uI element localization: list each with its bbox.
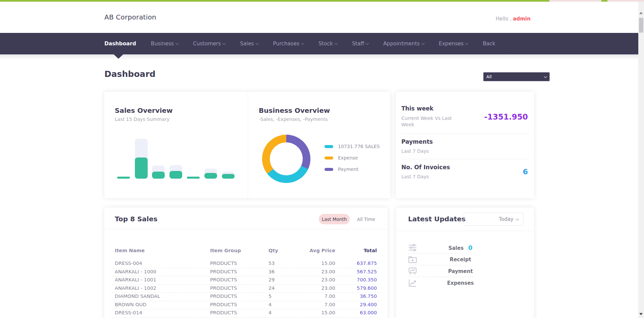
update-item-content: Receipt (417, 256, 504, 263)
nav-item-purchases[interactable]: Purchases (273, 41, 304, 47)
update-item-value: 0 (468, 244, 473, 251)
global-filter-select[interactable]: All (483, 72, 550, 81)
cell-group: PRODUCTS (210, 293, 237, 299)
cell-qty: 4 (268, 310, 271, 315)
col-item-group: Item Group (210, 248, 241, 253)
cell-qty: 4 (268, 302, 271, 307)
latest-updates-title: Latest Updates (408, 215, 465, 223)
chevron-down-icon (301, 41, 304, 45)
cell-total: 36.750 (360, 293, 377, 299)
period-select-value: Today (499, 216, 513, 222)
cell-group: PRODUCTS (210, 302, 237, 307)
donut-hole (270, 142, 303, 175)
browser-scrollbar[interactable] (638, 2, 644, 318)
table-row: ANARKALI - 1002PRODUCTS2423.00579.600 (104, 285, 388, 293)
bar-d7 (222, 172, 235, 179)
cell-name: ANARKALI - 1000 (115, 269, 156, 274)
bar-fill-d4 (169, 171, 182, 179)
all-time-filter-button[interactable]: All Time (357, 217, 375, 222)
table-row: DRESS-004PRODUCTS5315.00637.875 (104, 260, 388, 268)
nav-item-back[interactable]: Back (483, 41, 495, 47)
table-row: ANARKALI - 1001PRODUCTS2923.00700.350 (104, 276, 388, 285)
nav-item-stock[interactable]: Stock (318, 41, 337, 47)
username-link[interactable]: admin (513, 16, 531, 22)
chevron-down-icon (222, 41, 226, 45)
cell-avg: 23.00 (321, 277, 335, 282)
nav-item-label: Staff (352, 41, 364, 47)
nav-item-label: Appointments (383, 41, 420, 47)
update-item-expenses[interactable]: Expenses (408, 277, 504, 289)
scroll-down-arrow-icon[interactable] (639, 313, 643, 315)
nav-item-label: Purchases (273, 41, 299, 47)
cell-avg: 15.00 (321, 261, 335, 266)
this-week-title: This week (401, 105, 434, 112)
sliders-icon (408, 243, 417, 252)
chevron-down-icon (421, 41, 425, 45)
card-divider (248, 92, 248, 198)
legend-label: 10731.776 SALES (338, 144, 380, 149)
period-select[interactable]: Today (464, 213, 524, 226)
nav-item-business[interactable]: Business (151, 41, 178, 47)
this-week-subtitle: Current Week Vs Last Week (401, 115, 455, 128)
business-overview-title: Business Overview (259, 106, 330, 115)
cell-group: PRODUCTS (210, 261, 237, 266)
cell-total: 63.000 (360, 310, 377, 315)
cell-avg: 23.00 (321, 269, 335, 274)
cell-name: DIAMOND SANDAL (115, 293, 160, 299)
updates-list: Sales0ReceiptPaymentExpenses (408, 242, 504, 289)
bar-fill-d5 (187, 177, 200, 179)
cell-group: PRODUCTS (210, 269, 237, 274)
scrollbar-thumb[interactable] (639, 18, 643, 33)
this-week-value: -1351.950 (484, 112, 528, 121)
cell-name: DRESS-014 (115, 310, 142, 315)
nav-item-label: Dashboard (104, 41, 136, 47)
legend-swatch-icon (325, 145, 333, 148)
sales-overview-title: Sales Overview (115, 106, 173, 115)
cell-avg: 7.00 (325, 293, 335, 299)
top-header-bar: AB Corporation Hello ,admin (0, 2, 644, 33)
nav-item-dashboard[interactable]: Dashboard (104, 41, 136, 47)
chevron-down-icon (334, 41, 338, 45)
last-month-filter-button[interactable]: Last Month (319, 214, 350, 224)
line-chart-icon (408, 278, 417, 287)
cell-qty: 53 (268, 261, 275, 266)
legend-swatch-icon (325, 168, 333, 171)
scroll-up-arrow-icon[interactable] (639, 12, 643, 14)
top-sales-card: Top 8 Sales Last Month All Time Item Nam… (104, 208, 388, 318)
nav-item-expenses[interactable]: Expenses (439, 41, 468, 47)
cell-total: 567.525 (357, 269, 377, 274)
divider (396, 231, 534, 231)
invoices-title: No. Of Invoices (401, 164, 450, 171)
presentation-chart-icon (408, 267, 417, 276)
bar-d3 (152, 166, 165, 179)
donut-legend: 10731.776 SALESExpensePayment (325, 143, 380, 177)
latest-updates-card: Latest Updates Today Sales0ReceiptPaymen… (396, 208, 534, 318)
table-row: ANARKALI - 1000PRODUCTS3623.00567.525 (104, 268, 388, 277)
nav-item-label: Sales (240, 41, 254, 47)
update-item-label: Expenses (447, 280, 474, 286)
update-item-payment[interactable]: Payment (408, 265, 504, 277)
update-item-sales[interactable]: Sales0 (408, 242, 504, 254)
nav-item-sales[interactable]: Sales (240, 41, 258, 47)
legend-label: Payment (338, 167, 358, 172)
navbar-shadow (0, 54, 644, 60)
nav-item-appointments[interactable]: Appointments (383, 41, 424, 47)
nav-filter-select-wrap: All (483, 72, 550, 81)
overview-card: Sales Overview Last 15 Days Summary Busi… (104, 92, 390, 198)
update-item-receipt[interactable]: Receipt (408, 254, 504, 265)
user-greeting: Hello ,admin (496, 16, 531, 22)
brand-title: AB Corporation (104, 13, 156, 21)
bar-d6 (204, 169, 217, 179)
cell-name: ANARKALI - 1002 (115, 285, 156, 291)
bar-d2 (135, 139, 148, 179)
nav-item-customers[interactable]: Customers (193, 41, 225, 47)
col-item-name: Item Name (115, 248, 145, 253)
col-total: Total (363, 248, 377, 253)
table-header-row: Item Name Item Group Qty Avg Price Total (104, 247, 388, 255)
nav-item-staff[interactable]: Staff (352, 41, 368, 47)
col-qty: Qty (268, 248, 278, 253)
bar-d4 (169, 165, 182, 179)
greeting-prefix: Hello , (496, 16, 512, 22)
cell-total: 29.400 (360, 302, 377, 307)
chevron-down-icon (465, 41, 468, 45)
